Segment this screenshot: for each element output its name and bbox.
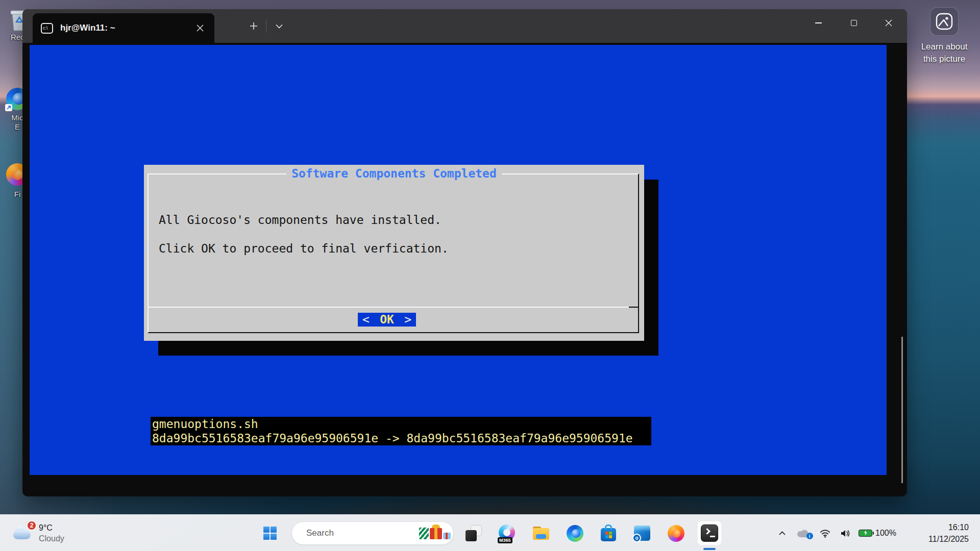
weather-temperature: 9°C: [39, 522, 64, 533]
start-button[interactable]: [257, 515, 283, 551]
volume-tray-button[interactable]: [835, 515, 855, 551]
microsoft-store-button[interactable]: [592, 515, 625, 551]
ok-bracket-left: <: [362, 313, 370, 327]
windows-logo-icon: [263, 527, 277, 540]
info-badge: i: [806, 533, 813, 539]
battery-icon: [859, 530, 872, 537]
dialog-separator-cap: [629, 307, 638, 308]
new-tab-button[interactable]: [243, 15, 264, 37]
cloud-weather-icon: 2: [12, 525, 33, 541]
close-icon: [885, 19, 892, 27]
learn-about-picture-label: Learn about this picture: [911, 41, 978, 65]
maximize-icon: [851, 20, 857, 26]
maximize-button[interactable]: [842, 12, 866, 34]
running-indicator: [703, 548, 716, 550]
whiptail-dialog: Software Components Completed All Giocos…: [144, 165, 644, 341]
onedrive-tray-button[interactable]: i: [792, 515, 815, 551]
microsoft-store-icon: [601, 528, 616, 541]
wifi-icon: [820, 529, 830, 538]
dialog-message-line1: All Giocoso's components have installed.: [159, 213, 442, 227]
m365-copilot-button[interactable]: M365: [491, 515, 524, 551]
dialog-message-line2: Click OK to proceed to final verfication…: [159, 241, 449, 256]
taskbar: 2 9°C Cloudy M365: [0, 514, 980, 551]
weather-widget-button[interactable]: 2 9°C Cloudy: [7, 515, 69, 551]
terminal-screen: Software Components Completed All Giocos…: [30, 45, 887, 475]
weather-condition: Cloudy: [39, 533, 64, 544]
close-window-button[interactable]: [877, 12, 900, 34]
tray-overflow-button[interactable]: [772, 515, 792, 551]
taskbar-search-box[interactable]: [291, 521, 454, 545]
edge-icon: [567, 525, 583, 542]
system-tray: i 100%: [772, 515, 899, 551]
ok-bracket-right: >: [404, 313, 411, 327]
terminal-scrollbar-thumb[interactable]: [901, 337, 903, 483]
wifi-tray-button[interactable]: [815, 515, 835, 551]
dialog-separator: [149, 307, 638, 308]
plus-icon: [250, 22, 258, 30]
tab-title: hjr@Win11: ~: [60, 23, 190, 33]
terminal-output-line1: gmenuoptions.sh: [151, 417, 651, 431]
file-explorer-button[interactable]: [524, 515, 558, 551]
tab-close-button[interactable]: [190, 18, 210, 38]
tray-date: 11/12/2025: [912, 533, 969, 545]
onedrive-cloud-icon: i: [797, 529, 811, 538]
battery-percent: 100%: [875, 529, 896, 538]
file-explorer-icon: [533, 527, 549, 540]
ok-button-label: OK: [380, 313, 394, 327]
m365-badge: M365: [498, 537, 512, 543]
shortcut-arrow-badge: [5, 104, 12, 111]
outlook-button[interactable]: o: [625, 515, 659, 551]
taskbar-pinned-apps: M365 o: [457, 515, 726, 551]
terminal-window: c:\ hjr@Win11: ~: [22, 9, 907, 496]
search-input[interactable]: [306, 528, 419, 538]
task-view-icon: [465, 525, 482, 541]
ok-button[interactable]: < OK >: [358, 313, 416, 327]
tab-dropdown-button[interactable]: [268, 15, 290, 37]
cmd-prompt-icon: c:\: [41, 23, 53, 34]
terminal-button-active[interactable]: [693, 515, 726, 551]
chevron-down-icon: [276, 24, 283, 29]
search-seasonal-gifts-icon: [419, 528, 451, 539]
firefox-button[interactable]: [659, 515, 693, 551]
notification-badge: 2: [27, 520, 37, 531]
minimize-button[interactable]: [806, 12, 830, 34]
clock-button[interactable]: 16:10 11/12/2025: [912, 515, 969, 551]
terminal-output-line2: 8da99bc5516583eaf79a96e95906591e -> 8da9…: [151, 431, 651, 445]
outlook-icon: o: [634, 525, 650, 541]
m365-copilot-icon: M365: [499, 524, 516, 542]
learn-about-picture-button[interactable]: [930, 7, 959, 36]
tray-time: 16:10: [912, 521, 969, 533]
minimize-icon: [815, 22, 822, 23]
terminal-titlebar[interactable]: c:\ hjr@Win11: ~: [22, 9, 907, 43]
firefox-icon: [668, 525, 684, 542]
edge-button[interactable]: [558, 515, 592, 551]
chevron-up-icon: [779, 531, 786, 535]
tabbar-divider: [266, 19, 266, 33]
terminal-tab[interactable]: c:\ hjr@Win11: ~: [33, 13, 214, 43]
picture-icon: [935, 12, 953, 31]
battery-tray-button[interactable]: 100%: [855, 515, 899, 551]
task-view-button[interactable]: [457, 515, 491, 551]
close-icon: [197, 24, 204, 32]
speaker-icon: [840, 529, 851, 538]
terminal-output-box: gmenuoptions.sh 8da99bc5516583eaf79a96e9…: [151, 417, 651, 445]
dialog-title: Software Components Completed: [286, 166, 502, 181]
terminal-icon: [701, 524, 718, 542]
